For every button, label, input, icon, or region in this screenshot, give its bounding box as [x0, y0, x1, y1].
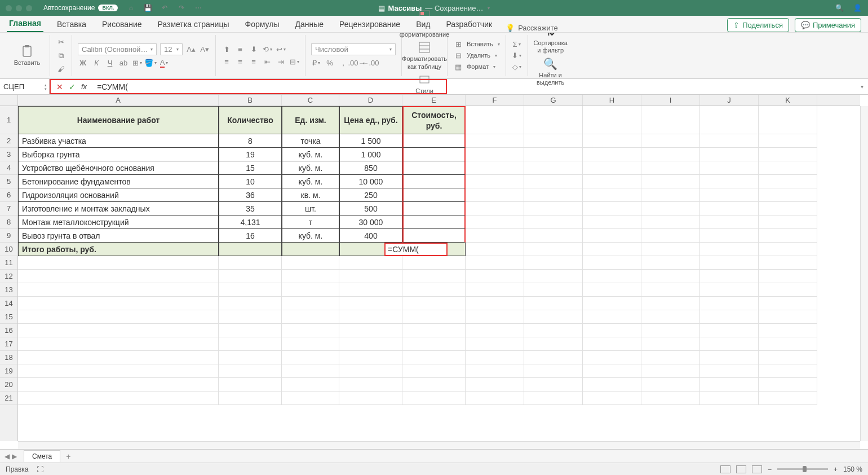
cell[interactable]: 36: [219, 188, 282, 202]
cell[interactable]: [641, 392, 700, 405]
font-name-dropdown[interactable]: Calibri (Основной…▾: [78, 43, 157, 55]
add-sheet-icon[interactable]: +: [66, 452, 70, 461]
cell[interactable]: [583, 202, 641, 215]
cell[interactable]: [219, 243, 282, 256]
cell[interactable]: [524, 378, 583, 392]
tab-review[interactable]: Рецензирование: [337, 16, 402, 32]
cell[interactable]: [759, 378, 817, 392]
font-color-icon[interactable]: A▾: [159, 58, 169, 68]
column-header-D[interactable]: D: [339, 95, 402, 105]
row-header-2[interactable]: 2: [0, 134, 17, 148]
confirm-icon[interactable]: ✓: [69, 82, 76, 91]
cell[interactable]: [282, 243, 339, 256]
tab-formulas[interactable]: Формулы: [243, 16, 282, 32]
cell[interactable]: [583, 364, 641, 378]
cell[interactable]: [759, 392, 817, 405]
cell[interactable]: [641, 188, 700, 202]
cell[interactable]: [524, 256, 583, 270]
column-header-H[interactable]: H: [583, 95, 641, 105]
align-center-icon[interactable]: ≡: [235, 57, 245, 67]
cell[interactable]: [759, 188, 817, 202]
cell[interactable]: [219, 270, 282, 283]
cell[interactable]: [583, 270, 641, 283]
cell[interactable]: [466, 392, 524, 405]
cell[interactable]: [524, 310, 583, 324]
cell[interactable]: [641, 256, 700, 270]
cell[interactable]: [339, 310, 402, 324]
cell[interactable]: [402, 310, 466, 324]
increase-indent-icon[interactable]: ⇥: [276, 57, 286, 67]
cell[interactable]: [759, 283, 817, 297]
cell[interactable]: [524, 202, 583, 215]
cell[interactable]: [466, 337, 524, 351]
row-header-14[interactable]: 14: [0, 297, 17, 310]
cell[interactable]: [339, 378, 402, 392]
zoom-out-icon[interactable]: −: [768, 465, 772, 473]
cell[interactable]: [583, 188, 641, 202]
cell[interactable]: [700, 297, 759, 310]
fill-icon[interactable]: ⬇▾: [512, 51, 522, 61]
cell[interactable]: 4,131: [219, 215, 282, 229]
find-select-button[interactable]: 🔍 Найти и выделить: [534, 57, 568, 86]
cell[interactable]: 16: [219, 229, 282, 243]
decrease-indent-icon[interactable]: ⇤: [262, 57, 272, 67]
cell[interactable]: 10 000: [339, 175, 402, 188]
chevron-down-icon[interactable]: ▾: [488, 6, 490, 11]
cell[interactable]: [402, 134, 466, 148]
cell[interactable]: [466, 202, 524, 215]
cell[interactable]: [339, 324, 402, 337]
cell[interactable]: [402, 175, 466, 188]
increase-decimal-icon[interactable]: .00→: [352, 58, 362, 68]
cell[interactable]: [700, 364, 759, 378]
comma-icon[interactable]: ,: [338, 58, 348, 68]
row-header-1[interactable]: 1: [0, 106, 17, 134]
cell[interactable]: [641, 297, 700, 310]
cell[interactable]: точка: [282, 134, 339, 148]
cell[interactable]: [524, 175, 583, 188]
cell[interactable]: [282, 392, 339, 405]
cell[interactable]: [402, 215, 466, 229]
cell[interactable]: [402, 270, 466, 283]
increase-font-icon[interactable]: A▴: [186, 45, 196, 55]
cell[interactable]: [641, 324, 700, 337]
cell[interactable]: [583, 283, 641, 297]
cell[interactable]: [641, 175, 700, 188]
cell[interactable]: [466, 215, 524, 229]
cell[interactable]: кв. м.: [282, 188, 339, 202]
row-header-12[interactable]: 12: [0, 270, 17, 283]
cell[interactable]: [700, 243, 759, 256]
cell[interactable]: [18, 297, 219, 310]
tab-draw[interactable]: Рисование: [100, 16, 144, 32]
cell[interactable]: [219, 337, 282, 351]
cell[interactable]: [700, 378, 759, 392]
cell[interactable]: [339, 270, 402, 283]
row-header-15[interactable]: 15: [0, 310, 17, 324]
cell[interactable]: [402, 337, 466, 351]
cell[interactable]: [641, 148, 700, 161]
cell[interactable]: 500: [339, 202, 402, 215]
align-middle-icon[interactable]: ≡: [235, 45, 245, 55]
cell[interactable]: [282, 270, 339, 283]
cell[interactable]: [219, 310, 282, 324]
cell[interactable]: 400: [339, 229, 402, 243]
cell[interactable]: [641, 161, 700, 175]
expand-formula-bar-icon[interactable]: ▾: [856, 83, 868, 90]
borders-icon[interactable]: ⊞▾: [132, 58, 142, 68]
cell[interactable]: [402, 229, 466, 243]
cell[interactable]: Цена ед., руб.: [339, 106, 402, 134]
fill-color-icon[interactable]: 🪣▾: [145, 58, 156, 68]
cell[interactable]: [219, 297, 282, 310]
cell[interactable]: [759, 215, 817, 229]
cell[interactable]: [219, 256, 282, 270]
cell[interactable]: [700, 229, 759, 243]
cell[interactable]: [524, 148, 583, 161]
cell[interactable]: т: [282, 215, 339, 229]
row-header-10[interactable]: 10: [0, 243, 17, 256]
cell[interactable]: [466, 229, 524, 243]
close-icon[interactable]: [6, 5, 12, 11]
cell[interactable]: [339, 392, 402, 405]
align-top-icon[interactable]: ⬆: [222, 45, 232, 55]
cell[interactable]: [524, 392, 583, 405]
cell[interactable]: [759, 270, 817, 283]
cell[interactable]: [583, 134, 641, 148]
